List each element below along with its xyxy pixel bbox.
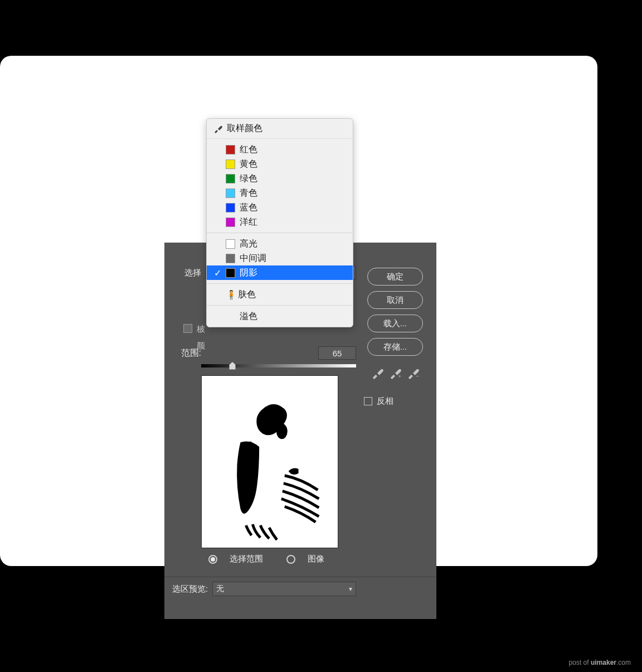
eyedropper-icon: [213, 124, 222, 133]
color-swatch: [226, 217, 235, 227]
ok-button[interactable]: 确定: [367, 268, 423, 286]
invert-label: 反相: [377, 396, 393, 407]
preview-label: 选区预览:: [172, 584, 208, 594]
dropdown-item-tone[interactable]: 高光: [207, 236, 353, 251]
tone-swatch: [226, 239, 235, 249]
dropdown-header-label: 取样颜色: [227, 123, 262, 134]
invert-checkbox[interactable]: [364, 397, 372, 405]
preview-select[interactable]: 无 ▾: [212, 582, 356, 596]
item-label: 洋红: [240, 216, 257, 228]
check-icon: ✓: [213, 268, 221, 278]
page-container: 选择 柀 颜 范围:: [0, 56, 597, 566]
eyedropper-add-icon[interactable]: +: [389, 367, 401, 379]
select-color-dropdown: 取样颜色 红色黄色绿色青色蓝色洋红 高光中间调✓阴影 🧍 肤色 溢色: [206, 118, 353, 327]
range-input[interactable]: [318, 346, 356, 360]
item-label: 青色: [240, 187, 257, 199]
radio-selection-label: 选择范围: [230, 554, 263, 564]
item-label: 溢色: [240, 311, 257, 322]
dropdown-item-color[interactable]: 洋红: [207, 215, 353, 229]
dropdown-item-skin[interactable]: 🧍 肤色: [207, 287, 353, 302]
dropdown-item-color[interactable]: 红色: [207, 142, 353, 157]
radio-selection[interactable]: [208, 555, 217, 564]
selection-preview: [201, 375, 338, 548]
dropdown-item-spill[interactable]: 溢色: [207, 309, 353, 323]
color-swatch: [226, 145, 235, 154]
dropdown-item-color[interactable]: 绿色: [207, 171, 353, 186]
item-label: 绿色: [240, 173, 257, 185]
dropdown-item-color[interactable]: 黄色: [207, 157, 353, 171]
color-swatch: [226, 203, 235, 212]
dropdown-header[interactable]: 取样颜色: [207, 119, 353, 139]
eyedropper-icon[interactable]: [371, 367, 383, 379]
eyedropper-subtract-icon[interactable]: −: [407, 367, 419, 379]
dropdown-item-tone[interactable]: 中间调: [207, 251, 353, 265]
right-pane: 确定 取消 载入... 存储... + − 反相: [362, 248, 429, 571]
select-label: 选择: [172, 268, 201, 278]
cancel-button[interactable]: 取消: [367, 291, 423, 309]
dropdown-item-color[interactable]: 青色: [207, 186, 353, 200]
tone-swatch: [226, 254, 235, 263]
preview-value: 无: [216, 584, 224, 594]
svg-point-1: [276, 424, 288, 439]
localized-label: 柀: [197, 324, 205, 335]
svg-text:−: −: [416, 374, 419, 379]
eyedropper-group: + −: [371, 367, 419, 379]
range-slider[interactable]: [201, 364, 356, 368]
svg-rect-0: [202, 376, 338, 547]
slider-thumb[interactable]: [229, 362, 236, 370]
dropdown-item-color[interactable]: 蓝色: [207, 200, 353, 215]
radio-image-label: 图像: [308, 554, 324, 564]
load-button[interactable]: 载入...: [367, 315, 423, 332]
item-label: 黄色: [240, 158, 257, 170]
item-label: 肤色: [238, 289, 256, 301]
color-swatch: [226, 188, 235, 198]
localized-checkbox[interactable]: [183, 324, 192, 333]
chevron-down-icon: ▾: [349, 585, 352, 593]
radio-image[interactable]: [286, 555, 295, 564]
color-label: 颜: [197, 341, 205, 351]
color-swatch: [226, 174, 235, 183]
person-icon: 🧍: [226, 289, 234, 300]
item-label: 中间调: [240, 253, 266, 264]
svg-text:+: +: [398, 374, 401, 379]
item-label: 高光: [240, 238, 257, 250]
tone-swatch: [226, 268, 235, 278]
item-label: 蓝色: [240, 202, 257, 214]
dropdown-item-tone[interactable]: ✓阴影: [207, 265, 353, 280]
save-button[interactable]: 存储...: [367, 338, 423, 356]
item-label: 红色: [240, 144, 257, 156]
color-swatch: [226, 159, 235, 169]
watermark: post of uimaker.com: [569, 659, 631, 666]
item-label: 阴影: [240, 267, 257, 279]
